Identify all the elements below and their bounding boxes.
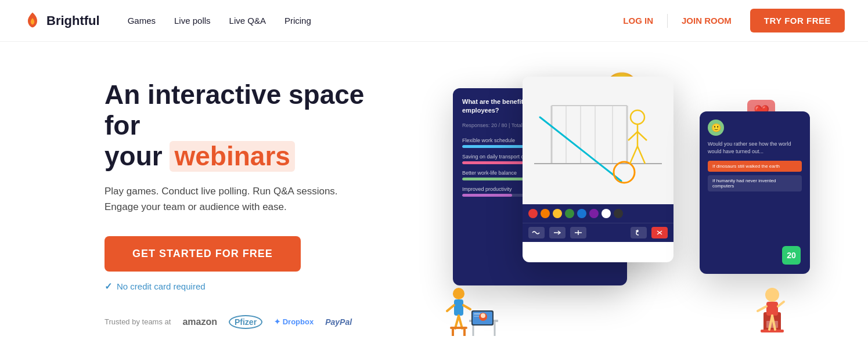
no-credit-card: ✓ No credit card required	[105, 281, 383, 292]
qa-option-1: If dinosaurs still walked the earth	[708, 161, 802, 172]
color-orange[interactable]	[541, 209, 550, 218]
drawing-card	[523, 77, 673, 262]
draw-tool-undo[interactable]	[631, 227, 647, 238]
nav-links: Games Live polls Live Q&A Pricing	[128, 16, 612, 26]
hero-title-line1: An interactive space for	[105, 79, 364, 140]
color-purple[interactable]	[589, 209, 599, 218]
svg-line-25	[447, 305, 454, 311]
drawing-svg	[534, 82, 662, 198]
get-started-button[interactable]: GET STARTED FOR FREE	[105, 236, 301, 272]
svg-line-14	[630, 146, 638, 164]
nav-live-polls[interactable]: Live polls	[174, 16, 211, 26]
svg-point-9	[614, 162, 635, 183]
nav-pricing[interactable]: Pricing	[284, 16, 311, 26]
svg-point-38	[481, 313, 485, 318]
svg-point-10	[631, 110, 644, 124]
draw-canvas	[523, 77, 673, 204]
nav-right: LOG IN JOIN ROOM TRY FOR FREE	[611, 9, 845, 32]
hero-title: An interactive space for your webinars	[105, 79, 383, 172]
draw-tool-wave[interactable]	[528, 227, 545, 238]
trusted-section: Trusted by teams at amazon Pfizer ✦ Drop…	[105, 315, 383, 329]
logo-flame-icon	[23, 12, 42, 30]
svg-line-12	[628, 132, 638, 140]
svg-line-44	[758, 306, 766, 311]
svg-point-21	[453, 288, 464, 299]
nav-live-qa[interactable]: Live Q&A	[229, 16, 266, 26]
nav-games[interactable]: Games	[128, 16, 156, 26]
svg-point-42	[765, 288, 779, 302]
draw-tool-move[interactable]	[570, 227, 586, 238]
svg-line-15	[638, 146, 645, 164]
hero-content: An interactive space for your webinars P…	[105, 79, 383, 328]
pfizer-logo: Pfizer	[229, 315, 262, 329]
checkmark-icon: ✓	[105, 281, 112, 292]
hero-title-highlight: webinars	[170, 141, 294, 172]
login-link[interactable]: LOG IN	[611, 11, 665, 30]
color-black[interactable]	[614, 209, 623, 218]
qa-question: Would you rather see how the world would…	[708, 140, 802, 155]
draw-tool-arrow[interactable]	[549, 227, 566, 238]
hero-illustration: ✦ ✦ 😊 😎 ❤️ What are the benefits of remo…	[418, 77, 798, 332]
svg-rect-43	[766, 302, 778, 316]
color-yellow[interactable]	[553, 209, 562, 218]
qa-card: 🙂 Would you rather see how the world wou…	[700, 111, 810, 274]
score-badge: 20	[782, 246, 801, 265]
logo-label: Brightful	[46, 13, 100, 28]
amazon-logo: amazon	[182, 317, 217, 327]
svg-rect-41	[766, 321, 778, 328]
svg-rect-27	[450, 327, 467, 329]
svg-line-45	[778, 302, 784, 306]
hero-subtitle: Play games. Conduct live polling. Run Q&…	[105, 183, 383, 215]
navbar: Brightful Games Live polls Live Q&A Pric…	[0, 0, 868, 42]
qa-avatar: 🙂	[708, 120, 724, 136]
join-room-link[interactable]: JOIN ROOM	[670, 11, 743, 30]
no-credit-card-text: No credit card required	[117, 281, 206, 291]
color-red[interactable]	[528, 209, 538, 218]
draw-tool-delete[interactable]	[651, 227, 668, 238]
nav-divider	[667, 14, 668, 28]
presenter-illustration	[752, 277, 793, 338]
svg-line-24	[459, 316, 462, 328]
person-laptop-illustration	[441, 285, 499, 343]
color-white[interactable]	[602, 209, 611, 218]
qa-option-2: If humanity had never invented computers	[708, 175, 802, 191]
svg-line-26	[463, 305, 470, 309]
svg-line-13	[638, 132, 647, 140]
try-free-button[interactable]: TRY FOR FREE	[750, 9, 845, 32]
draw-tools-row	[523, 223, 673, 242]
trusted-text: Trusted by teams at	[105, 317, 171, 326]
draw-toolbar	[523, 204, 673, 223]
color-blue[interactable]	[577, 209, 586, 218]
svg-rect-40	[761, 330, 784, 332]
paypal-logo: PayPal	[325, 317, 352, 327]
svg-rect-22	[454, 299, 463, 316]
color-green[interactable]	[565, 209, 574, 218]
hero-title-line2: your	[105, 141, 170, 171]
logo[interactable]: Brightful	[23, 12, 100, 30]
hero-section: An interactive space for your webinars P…	[0, 42, 868, 358]
company-logos: amazon Pfizer ✦ Dropbox PayPal	[182, 315, 352, 329]
dropbox-logo: ✦ Dropbox	[274, 317, 314, 326]
